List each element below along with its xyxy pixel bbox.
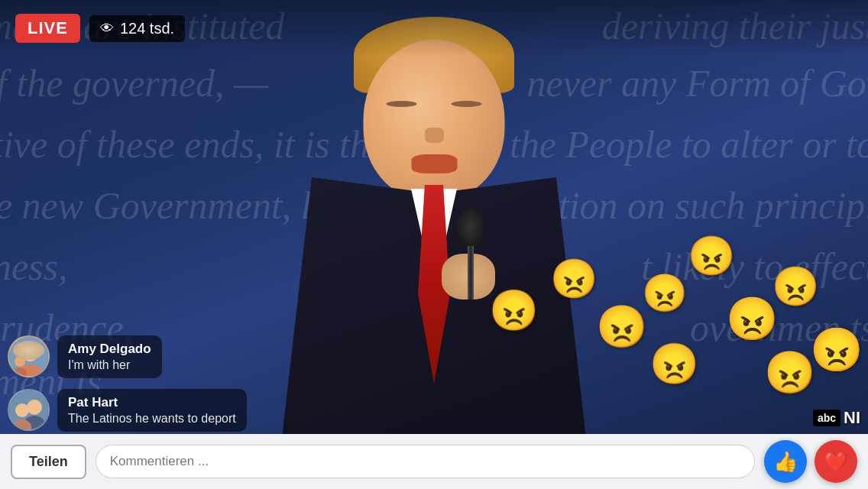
heart-icon: ❤️ xyxy=(824,450,848,474)
svg-point-8 xyxy=(15,403,29,417)
svg-point-1 xyxy=(21,343,39,361)
comments-section: Amy Delgado I'm with her Pat Hart The La… xyxy=(8,335,247,432)
angry-emoji-4: 😠 xyxy=(642,275,688,312)
comment-2-block: Pat Hart The Latinos he wants to deport xyxy=(57,389,247,432)
live-badge: LIVE xyxy=(15,14,80,43)
svg-point-3 xyxy=(15,356,25,367)
angry-emoji-5: 😠 xyxy=(688,237,735,275)
viewer-count-text: 124 tsd. xyxy=(120,20,174,37)
avatar-amy xyxy=(8,335,50,377)
bg-text-line5: ness, xyxy=(0,244,68,289)
love-button[interactable]: ❤️ xyxy=(815,440,857,483)
bg-text-line2: of the governed, — xyxy=(0,61,267,105)
like-button[interactable]: 👍 xyxy=(764,440,807,483)
watermark: abc NI xyxy=(813,408,860,428)
live-overlay: LIVE 👁 124 tsd. xyxy=(0,0,868,57)
comment-input[interactable] xyxy=(96,445,755,478)
svg-point-6 xyxy=(27,400,42,415)
comment-2-message: The Latinos he wants to deport xyxy=(68,412,236,426)
avatar-pat xyxy=(8,389,50,431)
action-buttons: 👍 ❤️ xyxy=(764,440,857,483)
news-channel: NI xyxy=(844,408,860,428)
angry-emoji-8: 😠 xyxy=(772,267,819,306)
angry-emoji-6: 😠 xyxy=(649,344,699,384)
comment-2-name: Pat Hart xyxy=(68,395,236,410)
angry-emoji-9: 😠 xyxy=(810,329,863,371)
angry-emoji-10: 😠 xyxy=(764,351,815,393)
bottom-bar: Teilen 👍 ❤️ xyxy=(0,434,868,489)
comment-item-2: Pat Hart The Latinos he wants to deport xyxy=(8,389,247,432)
share-button[interactable]: Teilen xyxy=(11,445,86,479)
thumbs-up-icon: 👍 xyxy=(773,450,798,474)
bg-text-right6: overnmen ts xyxy=(690,306,868,350)
comment-1-name: Amy Delgado xyxy=(68,342,151,357)
eye-icon: 👁 xyxy=(100,21,114,37)
viewer-count: 👁 124 tsd. xyxy=(89,15,185,42)
bg-text-right5: t likely to effect xyxy=(641,244,868,289)
angry-emoji-7: 😠 xyxy=(726,298,779,340)
person-figure xyxy=(243,9,625,437)
comment-1-message: I'm with her xyxy=(68,358,151,372)
abc-logo: abc xyxy=(813,410,840,426)
comment-item-1: Amy Delgado I'm with her xyxy=(8,335,247,378)
comment-1-block: Amy Delgado I'm with her xyxy=(57,335,162,378)
